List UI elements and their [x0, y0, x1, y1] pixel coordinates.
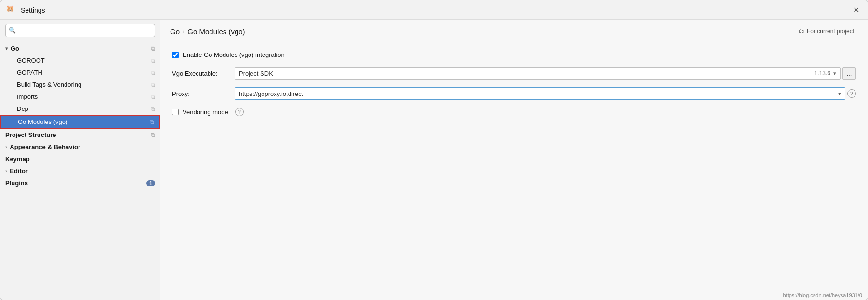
vgo-executable-container: Project SDK 1.13.6 ▾ ... — [235, 67, 856, 80]
copy-icon-go-modules[interactable]: ⧉ — [150, 119, 154, 125]
enable-modules-label: Enable Go Modules (vgo) integration — [183, 51, 285, 58]
footer-url: https://blog.csdn.net/heysa1931/0 — [783, 292, 862, 298]
enable-modules-checkbox[interactable] — [172, 52, 179, 58]
proxy-value: https://goproxy.io,direct — [239, 90, 838, 97]
sidebar-item-plugins-label: Plugins — [5, 179, 28, 187]
sidebar: 🔍 ▾ Go ⧉ GOROOT ⧉ GOPA — [0, 20, 160, 300]
search-wrapper: 🔍 — [5, 24, 155, 37]
proxy-label: Proxy: — [172, 90, 235, 97]
breadcrumb-parent: Go — [170, 27, 180, 36]
copy-icon-gopath[interactable]: ⧉ — [151, 69, 155, 76]
sidebar-item-imports[interactable]: Imports ⧉ — [0, 91, 160, 103]
sidebar-item-gopath-label: GOPATH — [17, 69, 42, 76]
search-input[interactable] — [5, 24, 155, 37]
content-panel: Go › Go Modules (vgo) 🗂 For current proj… — [160, 20, 868, 300]
title-bar: 🐹 Settings ✕ — [0, 0, 868, 20]
proxy-dropdown-arrow: ▾ — [838, 91, 841, 97]
sidebar-item-editor-label: Editor — [10, 167, 28, 175]
sidebar-item-build-tags-label: Build Tags & Vendoring — [17, 81, 81, 88]
vgo-version: 1.13.6 — [815, 70, 833, 77]
search-container: 🔍 — [0, 20, 160, 41]
plugins-badge: 1 — [146, 180, 155, 186]
for-current-project-button[interactable]: 🗂 For current project — [795, 27, 858, 36]
copy-icon-project-structure[interactable]: ⧉ — [151, 132, 155, 138]
copy-icon-imports[interactable]: ⧉ — [151, 94, 155, 100]
vendoring-label: Vendoring mode — [183, 109, 228, 116]
content-header: Go › Go Modules (vgo) 🗂 For current proj… — [160, 20, 868, 41]
vgo-label: Vgo Executable: — [172, 70, 235, 77]
copy-icon-build-tags[interactable]: ⧉ — [151, 82, 155, 88]
title-bar-left: 🐹 Settings — [6, 5, 45, 15]
vgo-more-button[interactable]: ... — [842, 67, 856, 80]
close-button[interactable]: ✕ — [850, 4, 862, 16]
proxy-input-box[interactable]: https://goproxy.io,direct ▾ — [235, 87, 845, 100]
proxy-input-container: https://goproxy.io,direct ▾ ? — [235, 87, 856, 100]
sidebar-item-goroot[interactable]: GOROOT ⧉ — [0, 55, 160, 67]
copy-icon-dep[interactable]: ⧉ — [151, 106, 155, 112]
vgo-select-box[interactable]: Project SDK 1.13.6 ▾ — [235, 67, 841, 80]
sidebar-item-go-modules[interactable]: Go Modules (vgo) ⧉ — [0, 115, 160, 129]
vendoring-help-icon[interactable]: ? — [235, 108, 244, 116]
sidebar-item-project-structure[interactable]: Project Structure ⧉ — [0, 129, 160, 141]
breadcrumb-current: Go Modules (vgo) — [187, 27, 245, 36]
for-project-label: For current project — [807, 28, 854, 35]
sidebar-item-project-structure-label: Project Structure — [5, 131, 56, 138]
copy-icon-go[interactable]: ⧉ — [151, 45, 155, 52]
sidebar-item-dep-label: Dep — [17, 105, 28, 112]
sidebar-item-imports-label: Imports — [17, 93, 38, 100]
enable-modules-row: Enable Go Modules (vgo) integration — [172, 51, 856, 58]
vendoring-row: Vendoring mode ? — [172, 108, 856, 116]
copy-icon-goroot[interactable]: ⧉ — [151, 57, 155, 64]
vgo-executable-row: Vgo Executable: Project SDK 1.13.6 ▾ ... — [172, 67, 856, 80]
breadcrumb-arrow: › — [183, 28, 184, 35]
sidebar-item-editor[interactable]: › Editor — [0, 165, 160, 177]
chevron-right-icon-editor: › — [5, 168, 7, 174]
sidebar-item-goroot-label: GOROOT — [17, 57, 45, 64]
window-title: Settings — [21, 6, 45, 14]
sidebar-item-plugins[interactable]: Plugins 1 — [0, 177, 160, 189]
proxy-help-icon[interactable]: ? — [847, 89, 856, 98]
sidebar-item-go-modules-label: Go Modules (vgo) — [18, 118, 67, 125]
content-body: Enable Go Modules (vgo) integration Vgo … — [160, 41, 868, 300]
sidebar-item-keymap[interactable]: Keymap — [0, 153, 160, 165]
vgo-dropdown-arrow: ▾ — [833, 70, 836, 77]
sidebar-item-appearance-label: Appearance & Behavior — [10, 143, 80, 150]
sidebar-item-appearance[interactable]: › Appearance & Behavior — [0, 141, 160, 153]
chevron-right-icon-appearance: › — [5, 144, 7, 150]
main-content: 🔍 ▾ Go ⧉ GOROOT ⧉ GOPA — [0, 20, 868, 300]
sidebar-item-go[interactable]: ▾ Go ⧉ — [0, 42, 160, 55]
chevron-down-icon: ▾ — [5, 46, 8, 51]
sidebar-item-go-label: Go — [11, 45, 19, 52]
app-icon: 🐹 — [6, 5, 17, 15]
proxy-row: Proxy: https://goproxy.io,direct ▾ ? — [172, 87, 856, 100]
sidebar-item-gopath[interactable]: GOPATH ⧉ — [0, 67, 160, 79]
for-project-icon: 🗂 — [799, 28, 804, 35]
vgo-select-value: Project SDK — [239, 70, 815, 77]
sidebar-item-build-tags[interactable]: Build Tags & Vendoring ⧉ — [0, 79, 160, 91]
nav-section: ▾ Go ⧉ GOROOT ⧉ GOPATH ⧉ Build Tags & Ve… — [0, 41, 160, 190]
sidebar-item-dep[interactable]: Dep ⧉ — [0, 103, 160, 115]
sidebar-item-keymap-label: Keymap — [5, 155, 30, 163]
vendoring-checkbox[interactable] — [172, 109, 179, 115]
